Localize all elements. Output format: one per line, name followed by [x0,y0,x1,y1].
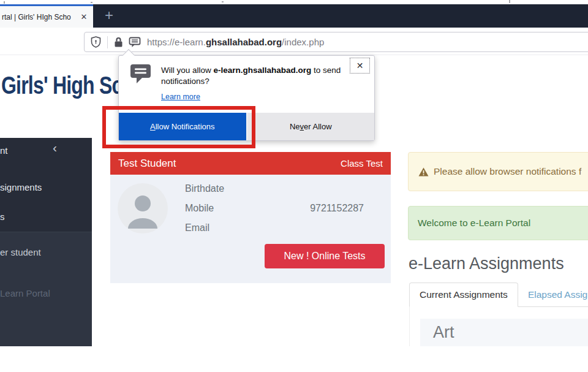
subject-row-art[interactable]: Art [420,319,588,346]
success-alert: Welcome to e-Learn Portal [408,206,588,240]
allow-access-key: A [150,122,156,131]
crop-artifact [4,1,5,4]
sidebar-item-elearn-portal[interactable]: Learn Portal [0,288,50,298]
popup-body: Will you allow e-learn.ghsallahabad.org … [119,56,374,113]
popup-message: Will you allow e-learn.ghsallahabad.org … [161,65,372,87]
url-text: https://e-learn.ghsallahabad.org/index.p… [147,37,324,47]
crop-artifact [509,0,510,3]
sidebar-item-other-student[interactable]: er student [0,247,41,257]
warning-icon [418,167,429,177]
online-tests-button[interactable]: New ! Online Tests [265,244,385,268]
never-allow-button[interactable]: Never Allow [247,113,375,140]
urlbar-divider [107,36,108,48]
field-label-mobile: Mobile [185,203,214,214]
browser-tab[interactable]: rtal | Girls' HIgh Scho ✕ [0,4,93,28]
new-tab-button[interactable]: + [97,4,121,28]
lock-icon[interactable] [114,37,123,48]
avatar [118,183,168,233]
field-value-mobile: 9721152287 [310,203,364,214]
allow-notifications-button[interactable]: Allow Notifications [119,113,246,140]
url-bar[interactable]: https://e-learn.ghsallahabad.org/index.p… [84,32,588,52]
tab-title: rtal | Girls' HIgh Scho [0,13,77,21]
sidebar-nav: nt ‹ signments s er student Learn Portal [0,138,92,346]
notification-permission-icon[interactable] [129,37,141,48]
never-label-pre: Ne [290,122,300,131]
browser-window: rtal | Girls' HIgh Scho ✕ + https://e-le… [0,0,588,372]
assignments-tabs: Current Assignments Elapsed Assignments [409,283,588,307]
sidebar-item-tests[interactable]: s [0,211,5,222]
assignments-panel: Art [409,307,588,346]
popup-footer: Allow Notifications Never Allow [119,113,374,140]
popup-message-pre: Will you allow [161,66,214,75]
warning-text: Please allow browser notifications f [434,166,581,177]
tab-current-assignments[interactable]: Current Assignments [409,283,518,307]
popup-message-domain: e-learn.ghsallahabad.org [214,66,312,75]
student-name: Test Student [118,158,176,170]
browser-tab-bar: rtal | Girls' HIgh Scho ✕ + [0,4,588,28]
field-label-birthdate: Birthdate [185,183,224,194]
notification-permission-popup: Will you allow e-learn.ghsallahabad.org … [118,55,375,141]
tracking-shield-icon[interactable] [91,36,101,48]
learn-more-link[interactable]: Learn more [161,93,200,101]
tab-elapsed-assignments[interactable]: Elapsed Assignments [518,283,588,306]
profile-card-header: Test Student Class Test [110,152,391,175]
crop-artifact [91,2,92,3]
url-domain: ghsallahabad.org [206,37,282,47]
sidebar-item-assignments[interactable]: signments [0,182,42,192]
allow-label-rest: llow Notifications [156,122,215,131]
sidebar-collapse-icon[interactable]: ‹ [53,143,57,153]
url-prefix: https://e-learn. [147,37,206,47]
success-text: Welcome to e-Learn Portal [418,218,530,229]
warning-alert: Please allow browser notifications f [408,152,588,191]
browser-toolbar: https://e-learn.ghsallahabad.org/index.p… [0,28,588,55]
tab-close-icon[interactable]: ✕ [77,12,91,21]
field-label-email: Email [185,222,209,233]
sidebar-item-student[interactable]: nt [0,145,8,156]
speech-bubble-icon [129,63,152,85]
assignments-title: e-Learn Assignments [409,254,564,273]
profile-card-body: Birthdate Mobile 9721152287 Email New ! … [110,175,391,283]
crop-artifact [222,1,224,2]
popup-close-button[interactable]: ✕ [350,58,370,74]
never-label-rest: er Allow [304,122,332,131]
class-badge: Class Test [341,158,383,169]
url-path: /index.php [282,37,324,47]
site-logo-text: Girls' High Sch [1,71,134,100]
